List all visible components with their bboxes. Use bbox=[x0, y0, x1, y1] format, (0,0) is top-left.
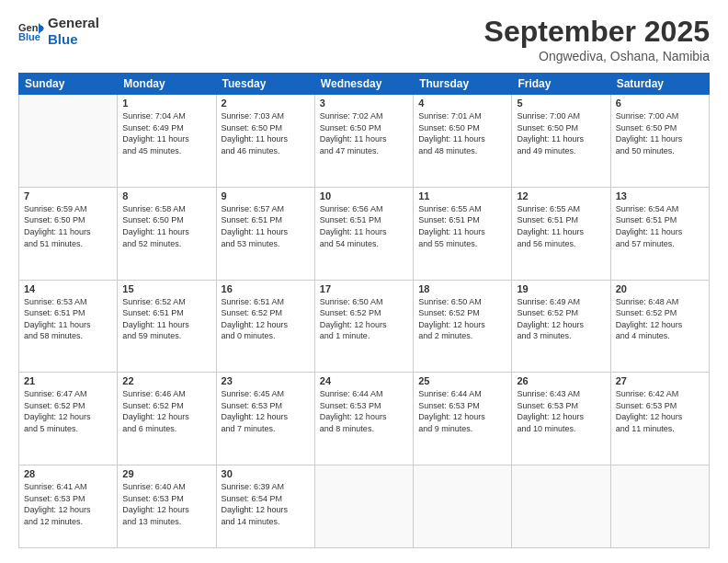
day-number: 17 bbox=[320, 283, 408, 294]
cell-info: Sunrise: 6:39 AMSunset: 6:54 PMDaylight:… bbox=[222, 481, 310, 527]
cell-info: Sunrise: 6:44 AMSunset: 6:53 PMDaylight:… bbox=[418, 388, 506, 434]
logo-icon: General Blue bbox=[18, 21, 44, 41]
cell-info: Sunrise: 6:40 AMSunset: 6:53 PMDaylight:… bbox=[122, 481, 210, 527]
cell-info: Sunrise: 6:43 AMSunset: 6:53 PMDaylight:… bbox=[517, 388, 605, 434]
logo-text: General Blue bbox=[48, 15, 99, 48]
calendar-cell: 5Sunrise: 7:00 AMSunset: 6:50 PMDaylight… bbox=[512, 95, 610, 188]
calendar-cell: 12Sunrise: 6:55 AMSunset: 6:51 PMDayligh… bbox=[512, 187, 610, 280]
cell-info: Sunrise: 6:55 AMSunset: 6:51 PMDaylight:… bbox=[418, 203, 506, 249]
calendar-cell: 22Sunrise: 6:46 AMSunset: 6:52 PMDayligh… bbox=[118, 373, 216, 465]
cell-info: Sunrise: 6:58 AMSunset: 6:50 PMDaylight:… bbox=[122, 203, 210, 249]
calendar-cell bbox=[512, 465, 610, 548]
weekday-header: Tuesday bbox=[216, 74, 314, 95]
day-number: 4 bbox=[418, 98, 506, 109]
logo-line1: General bbox=[48, 15, 99, 31]
cell-info: Sunrise: 6:48 AMSunset: 6:52 PMDaylight:… bbox=[616, 296, 704, 342]
calendar-cell: 27Sunrise: 6:42 AMSunset: 6:53 PMDayligh… bbox=[610, 373, 709, 465]
cell-info: Sunrise: 7:01 AMSunset: 6:50 PMDaylight:… bbox=[418, 110, 506, 156]
calendar-cell: 17Sunrise: 6:50 AMSunset: 6:52 PMDayligh… bbox=[314, 280, 413, 373]
cell-info: Sunrise: 6:54 AMSunset: 6:51 PMDaylight:… bbox=[616, 203, 704, 249]
day-number: 8 bbox=[122, 190, 210, 201]
calendar-table: SundayMondayTuesdayWednesdayThursdayFrid… bbox=[18, 73, 710, 548]
title-block: September 2025 Ongwediva, Oshana, Namibi… bbox=[484, 15, 710, 63]
calendar-cell: 10Sunrise: 6:56 AMSunset: 6:51 PMDayligh… bbox=[314, 187, 413, 280]
calendar-cell bbox=[414, 465, 512, 548]
weekday-header: Wednesday bbox=[314, 74, 413, 95]
month-title: September 2025 bbox=[484, 15, 710, 49]
weekday-header: Friday bbox=[512, 74, 610, 95]
calendar-cell: 3Sunrise: 7:02 AMSunset: 6:50 PMDaylight… bbox=[314, 95, 413, 188]
day-number: 25 bbox=[418, 375, 506, 386]
calendar-cell: 7Sunrise: 6:59 AMSunset: 6:50 PMDaylight… bbox=[19, 187, 118, 280]
cell-info: Sunrise: 6:52 AMSunset: 6:51 PMDaylight:… bbox=[122, 296, 210, 342]
calendar-cell bbox=[19, 95, 118, 188]
day-number: 11 bbox=[418, 190, 506, 201]
calendar-week-row: 1Sunrise: 7:04 AMSunset: 6:49 PMDaylight… bbox=[19, 95, 710, 188]
calendar-cell: 4Sunrise: 7:01 AMSunset: 6:50 PMDaylight… bbox=[414, 95, 512, 188]
location: Ongwediva, Oshana, Namibia bbox=[484, 49, 710, 63]
cell-info: Sunrise: 6:50 AMSunset: 6:52 PMDaylight:… bbox=[320, 296, 408, 342]
cell-info: Sunrise: 6:55 AMSunset: 6:51 PMDaylight:… bbox=[517, 203, 605, 249]
calendar-cell: 19Sunrise: 6:49 AMSunset: 6:52 PMDayligh… bbox=[512, 280, 610, 373]
day-number: 19 bbox=[517, 283, 605, 294]
cell-info: Sunrise: 6:49 AMSunset: 6:52 PMDaylight:… bbox=[517, 296, 605, 342]
day-number: 22 bbox=[122, 375, 210, 386]
cell-info: Sunrise: 7:03 AMSunset: 6:50 PMDaylight:… bbox=[222, 110, 310, 156]
day-number: 20 bbox=[616, 283, 704, 294]
logo: General Blue General Blue bbox=[18, 15, 99, 48]
calendar-cell: 15Sunrise: 6:52 AMSunset: 6:51 PMDayligh… bbox=[118, 280, 216, 373]
weekday-header: Monday bbox=[118, 74, 216, 95]
calendar-cell: 24Sunrise: 6:44 AMSunset: 6:53 PMDayligh… bbox=[314, 373, 413, 465]
page: General Blue General Blue September 2025… bbox=[0, 0, 728, 563]
day-number: 28 bbox=[24, 468, 112, 479]
calendar-week-row: 28Sunrise: 6:41 AMSunset: 6:53 PMDayligh… bbox=[19, 465, 710, 548]
cell-info: Sunrise: 6:42 AMSunset: 6:53 PMDaylight:… bbox=[616, 388, 704, 434]
calendar-cell: 26Sunrise: 6:43 AMSunset: 6:53 PMDayligh… bbox=[512, 373, 610, 465]
weekday-header: Saturday bbox=[610, 74, 709, 95]
calendar-week-row: 21Sunrise: 6:47 AMSunset: 6:52 PMDayligh… bbox=[19, 373, 710, 465]
calendar-cell: 25Sunrise: 6:44 AMSunset: 6:53 PMDayligh… bbox=[414, 373, 512, 465]
cell-info: Sunrise: 6:53 AMSunset: 6:51 PMDaylight:… bbox=[24, 296, 112, 342]
cell-info: Sunrise: 7:02 AMSunset: 6:50 PMDaylight:… bbox=[320, 110, 408, 156]
day-number: 24 bbox=[320, 375, 408, 386]
cell-info: Sunrise: 6:51 AMSunset: 6:52 PMDaylight:… bbox=[222, 296, 310, 342]
calendar-cell bbox=[314, 465, 413, 548]
day-number: 18 bbox=[418, 283, 506, 294]
calendar-cell: 8Sunrise: 6:58 AMSunset: 6:50 PMDaylight… bbox=[118, 187, 216, 280]
calendar-cell: 6Sunrise: 7:00 AMSunset: 6:50 PMDaylight… bbox=[610, 95, 709, 188]
day-number: 14 bbox=[24, 283, 112, 294]
calendar-cell: 2Sunrise: 7:03 AMSunset: 6:50 PMDaylight… bbox=[216, 95, 314, 188]
calendar-cell: 28Sunrise: 6:41 AMSunset: 6:53 PMDayligh… bbox=[19, 465, 118, 548]
day-number: 10 bbox=[320, 190, 408, 201]
cell-info: Sunrise: 6:56 AMSunset: 6:51 PMDaylight:… bbox=[320, 203, 408, 249]
day-number: 7 bbox=[24, 190, 112, 201]
svg-text:Blue: Blue bbox=[18, 31, 40, 41]
cell-info: Sunrise: 6:44 AMSunset: 6:53 PMDaylight:… bbox=[320, 388, 408, 434]
logo-line2: Blue bbox=[48, 31, 99, 48]
calendar-cell: 20Sunrise: 6:48 AMSunset: 6:52 PMDayligh… bbox=[610, 280, 709, 373]
calendar-cell: 9Sunrise: 6:57 AMSunset: 6:51 PMDaylight… bbox=[216, 187, 314, 280]
cell-info: Sunrise: 7:00 AMSunset: 6:50 PMDaylight:… bbox=[517, 110, 605, 156]
calendar-cell: 29Sunrise: 6:40 AMSunset: 6:53 PMDayligh… bbox=[118, 465, 216, 548]
day-number: 30 bbox=[222, 468, 310, 479]
calendar-cell: 23Sunrise: 6:45 AMSunset: 6:53 PMDayligh… bbox=[216, 373, 314, 465]
cell-info: Sunrise: 7:00 AMSunset: 6:50 PMDaylight:… bbox=[616, 110, 704, 156]
calendar-cell: 21Sunrise: 6:47 AMSunset: 6:52 PMDayligh… bbox=[19, 373, 118, 465]
calendar-cell: 13Sunrise: 6:54 AMSunset: 6:51 PMDayligh… bbox=[610, 187, 709, 280]
calendar-week-row: 14Sunrise: 6:53 AMSunset: 6:51 PMDayligh… bbox=[19, 280, 710, 373]
day-number: 6 bbox=[616, 98, 704, 109]
day-number: 3 bbox=[320, 98, 408, 109]
cell-info: Sunrise: 6:50 AMSunset: 6:52 PMDaylight:… bbox=[418, 296, 506, 342]
cell-info: Sunrise: 6:46 AMSunset: 6:52 PMDaylight:… bbox=[122, 388, 210, 434]
day-number: 2 bbox=[222, 98, 310, 109]
calendar-header-row: SundayMondayTuesdayWednesdayThursdayFrid… bbox=[19, 74, 710, 95]
day-number: 16 bbox=[222, 283, 310, 294]
weekday-header: Thursday bbox=[414, 74, 512, 95]
day-number: 1 bbox=[122, 98, 210, 109]
day-number: 13 bbox=[616, 190, 704, 201]
cell-info: Sunrise: 6:45 AMSunset: 6:53 PMDaylight:… bbox=[222, 388, 310, 434]
day-number: 15 bbox=[122, 283, 210, 294]
day-number: 23 bbox=[222, 375, 310, 386]
day-number: 29 bbox=[122, 468, 210, 479]
day-number: 26 bbox=[517, 375, 605, 386]
